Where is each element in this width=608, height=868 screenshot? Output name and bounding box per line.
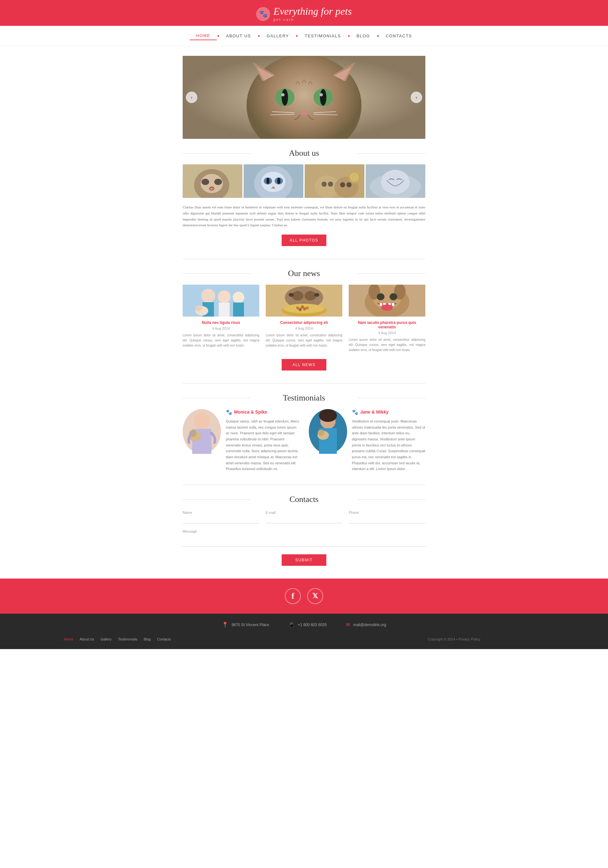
nav-link-blog[interactable]: BLOG xyxy=(350,32,376,40)
footer-nav-contacts[interactable]: Contacts xyxy=(157,637,171,641)
testimonial-name-1: Monica & Spike xyxy=(226,409,299,415)
footer-nav-gallery[interactable]: Gallery xyxy=(101,637,112,641)
testimonial-1: Monica & Spike Quisque varius, nibh ac f… xyxy=(183,409,299,472)
nav-item-blog[interactable]: BLOG xyxy=(350,32,376,40)
svg-point-8 xyxy=(281,89,288,105)
svg-point-54 xyxy=(292,291,303,301)
nav-item-home[interactable]: HOME xyxy=(190,32,217,40)
footer-address-text: 9870 St Vincent Place xyxy=(232,623,269,627)
nav-link-contacts[interactable]: CONTACTS xyxy=(379,32,419,40)
nav-inner: HOME ABOUT US GALLERY TESTIMONIALS BLOG … xyxy=(190,32,419,40)
news-text-2: Lorem ipsum dolor sit amet, consectetur … xyxy=(266,333,342,348)
nav-link-gallery[interactable]: GALLERY xyxy=(260,32,295,40)
name-input[interactable] xyxy=(183,516,259,523)
svg-point-42 xyxy=(381,170,410,194)
news-title: Our news xyxy=(183,269,425,278)
svg-point-63 xyxy=(299,308,302,311)
header: 🐾 Everything for pets pet care xyxy=(0,0,608,26)
all-photos-button[interactable]: ALL PHOTOS xyxy=(281,234,327,246)
news-item-1: Nulla nec ligula risus 4 Aug 2014 Lorem … xyxy=(183,285,259,353)
message-label: Message xyxy=(183,529,197,533)
svg-point-64 xyxy=(303,307,306,310)
slider-image xyxy=(183,56,425,139)
email-field: E-mail xyxy=(266,511,342,523)
footer-nav-about[interactable]: About Us xyxy=(79,637,94,641)
email-icon: ✉ xyxy=(346,622,350,628)
nav-link-about[interactable]: ABOUT US xyxy=(220,32,257,40)
nav-link-testimonials[interactable]: TESTIMONIALS xyxy=(298,32,347,40)
section-divider-contacts xyxy=(183,485,425,485)
footer-contacts: 📍 9870 St Vincent Place 📱 +1 800 603 603… xyxy=(0,622,608,628)
svg-point-37 xyxy=(347,182,351,187)
svg-point-39 xyxy=(349,172,359,182)
news-item-2: Consectetur adipiscing eli 4 Aug 2014 Lo… xyxy=(266,285,342,353)
message-input[interactable] xyxy=(183,534,425,547)
footer-nav: Home About Us Gallery Testimonials Blog … xyxy=(64,637,171,641)
news-date-3: 4 Aug 2014 xyxy=(349,331,425,335)
svg-point-34 xyxy=(322,181,327,187)
phone-field: Phone xyxy=(349,511,425,523)
svg-rect-72 xyxy=(380,303,382,306)
footer-copyright: Copyright © 2014 • Privacy Policy xyxy=(428,637,544,641)
svg-rect-75 xyxy=(392,303,394,306)
message-field: Message xyxy=(183,528,425,548)
nav-item-about[interactable]: ABOUT US xyxy=(220,32,257,40)
news-title-2: Consectetur adipiscing eli xyxy=(266,320,342,325)
name-label: Name xyxy=(183,511,259,515)
footer-nav-testimonials[interactable]: Testimonials xyxy=(118,637,137,641)
svg-point-71 xyxy=(390,293,397,300)
about-title: About us xyxy=(183,149,425,158)
footer-nav-home[interactable]: Home xyxy=(64,637,73,641)
nav-item-gallery[interactable]: GALLERY xyxy=(260,32,295,40)
news-image-1 xyxy=(183,285,259,316)
facebook-label: f xyxy=(292,591,294,601)
svg-point-11 xyxy=(320,93,323,96)
svg-point-10 xyxy=(281,93,285,96)
svg-rect-47 xyxy=(219,302,230,316)
footer-address: 📍 9870 St Vincent Place xyxy=(222,622,269,628)
about-text: Claritas Duis autem vel eum iriure dolor… xyxy=(183,204,425,228)
submit-button[interactable]: SUBMIT xyxy=(281,554,327,566)
testimonial-photo-2 xyxy=(309,409,347,455)
about-photo-3 xyxy=(305,164,364,198)
about-photo-grid xyxy=(183,164,425,198)
all-news-button[interactable]: ALL NEWS xyxy=(281,359,327,370)
testimonial-text-2: Vestibulum et consequat justo. Maecenas … xyxy=(352,418,425,472)
cat-illustration xyxy=(183,56,425,139)
slider-prev-button[interactable]: ‹ xyxy=(186,91,197,103)
section-divider-testimonials xyxy=(183,383,425,384)
nav-item-contacts[interactable]: CONTACTS xyxy=(379,32,419,40)
email-input[interactable] xyxy=(266,516,342,523)
testimonial-2: Jane & Mikky Vestibulum et consequat jus… xyxy=(309,409,425,472)
logo-subtitle: pet care xyxy=(273,17,351,22)
main-nav: HOME ABOUT US GALLERY TESTIMONIALS BLOG … xyxy=(0,26,608,46)
slider-next-button[interactable]: › xyxy=(411,91,422,103)
contacts-title: Contacts xyxy=(183,494,425,504)
svg-point-51 xyxy=(196,305,202,312)
svg-point-78 xyxy=(193,413,210,429)
location-icon: 📍 xyxy=(222,622,228,628)
logo: 🐾 Everything for pets pet care xyxy=(256,6,351,22)
twitter-icon[interactable]: 𝕏 xyxy=(307,588,323,604)
testimonials-title: Testimonials xyxy=(183,393,425,403)
nav-link-home[interactable]: HOME xyxy=(190,32,217,40)
news-date-1: 4 Aug 2014 xyxy=(183,327,259,330)
nav-dot-3 xyxy=(296,35,298,37)
footer-bottom: Home About Us Gallery Testimonials Blog … xyxy=(0,634,608,641)
testimonial-text-1: Quisque varius, nibh ac feugiat interdum… xyxy=(226,418,299,472)
name-field: Name xyxy=(183,511,259,523)
svg-point-76 xyxy=(381,304,393,311)
news-item-3: Nam iaculis pharetra purus quis venenati… xyxy=(349,285,425,353)
testimonial-name-2: Jane & Mikky xyxy=(352,409,425,415)
nav-item-testimonials[interactable]: TESTIMONIALS xyxy=(298,32,347,40)
footer-phone-text: +1 800 603 6035 xyxy=(298,623,327,627)
news-title-3: Nam iaculis pharetra purus quis venenati… xyxy=(349,320,425,329)
footer-nav-blog[interactable]: Blog xyxy=(144,637,151,641)
phone-input[interactable] xyxy=(349,516,425,523)
about-photo-1 xyxy=(183,164,243,198)
hero-slider: ‹ xyxy=(183,56,425,139)
news-date-2: 4 Aug 2014 xyxy=(266,327,342,330)
about-section: About us xyxy=(183,149,425,246)
news-text-1: Lorem ipsum dolor sit amet, consectetur … xyxy=(183,333,259,348)
facebook-icon[interactable]: f xyxy=(285,588,301,604)
